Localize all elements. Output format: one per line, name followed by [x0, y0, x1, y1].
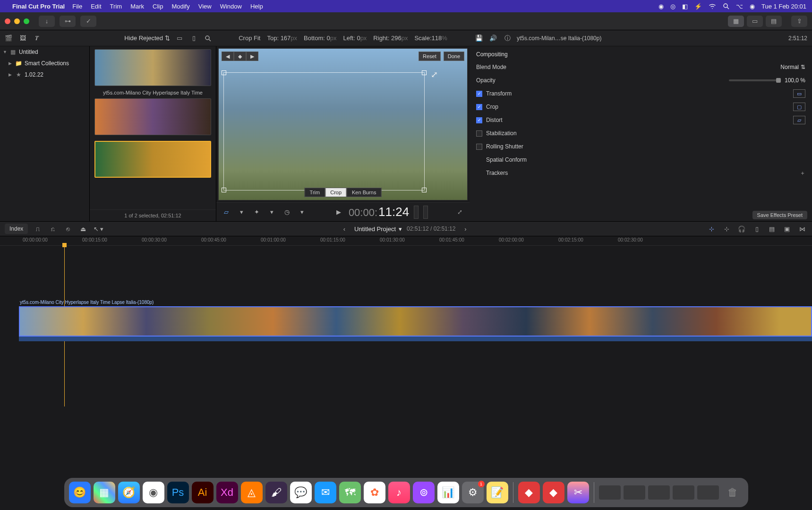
dock-photos[interactable]: ✿ — [364, 482, 385, 503]
dock-minimized-window[interactable] — [599, 485, 621, 500]
menu-clip[interactable]: Clip — [153, 3, 163, 10]
history-back-button[interactable]: ‹ — [339, 224, 350, 234]
spotlight-icon[interactable] — [723, 3, 729, 9]
inspector-info-icon[interactable]: ⓘ — [503, 34, 512, 43]
titles-icon[interactable]: 𝑻 — [32, 34, 42, 43]
menu-window[interactable]: Window — [220, 3, 242, 10]
center-button[interactable]: ◆ — [234, 52, 246, 61]
crop-osc-button[interactable]: ▢ — [793, 103, 805, 111]
distort-checkbox[interactable]: ✓ — [476, 117, 482, 123]
screenrec-icon[interactable]: ◉ — [658, 3, 664, 10]
blend-mode-dropdown[interactable]: Normal ⇅ — [780, 64, 805, 70]
audio-skimming-button[interactable]: ⊹ — [721, 224, 732, 234]
overwrite-clip-button[interactable]: ⏏ — [78, 224, 88, 234]
skimming-button[interactable]: ⊹ — [706, 224, 717, 234]
save-effects-preset-button[interactable]: Save Effects Preset — [752, 211, 807, 219]
timeline-view-button[interactable]: ▤ — [767, 224, 777, 234]
share-button[interactable]: ⇧ — [791, 16, 807, 27]
disclosure-triangle-icon[interactable]: ▼ — [3, 50, 7, 54]
row-distort[interactable]: ✓ Distort ▱ — [470, 113, 812, 127]
row-rolling-shutter[interactable]: Rolling Shutter — [470, 140, 812, 153]
crop-checkbox[interactable]: ✓ — [476, 104, 482, 110]
timeline-ruler[interactable]: 00:00:00:00 00:00:15:00 00:00:30:00 00:0… — [0, 236, 812, 246]
tool-dropdown[interactable]: ↖ ▾ — [93, 224, 103, 234]
inspector-audio-icon[interactable]: 🔊 — [488, 34, 498, 43]
menu-edit[interactable]: Edit — [91, 3, 101, 10]
viewer-canvas[interactable]: ◀ ◆ ▶ Reset Done ⤢ Trim Crop Ken Burns — [218, 48, 468, 200]
close-button[interactable] — [5, 18, 10, 24]
wifi-icon[interactable] — [709, 3, 716, 9]
tab-kenburns[interactable]: Ken Burns — [347, 188, 381, 197]
photos-icon[interactable]: 🖼 — [18, 34, 27, 43]
add-tracker-button[interactable]: ＋ — [800, 169, 805, 177]
opacity-slider[interactable] — [729, 79, 781, 81]
disclosure-triangle-icon[interactable]: ▶ — [9, 61, 12, 66]
import-button[interactable]: ↓ — [39, 16, 55, 27]
tab-trim[interactable]: Trim — [305, 188, 325, 197]
dock-trash[interactable]: 🗑 — [722, 482, 744, 503]
transform-tool-dropdown[interactable]: ▾ — [236, 207, 247, 217]
enhance-button[interactable]: ✦ — [251, 207, 262, 217]
minimize-button[interactable] — [14, 18, 20, 24]
dock-krita[interactable]: 🖌 — [265, 482, 287, 503]
prev-edit-button[interactable]: ◀ — [222, 52, 234, 61]
transform-tool-button[interactable]: ▱ — [221, 207, 231, 217]
menu-view[interactable]: View — [198, 3, 212, 10]
app-name[interactable]: Final Cut Pro Trial — [12, 3, 65, 10]
row-stabilization[interactable]: Stabilization — [470, 127, 812, 140]
clip-appearance-button-1[interactable]: ▭ — [175, 34, 184, 43]
inspector-video-icon[interactable]: 💾 — [474, 34, 484, 43]
search-icon[interactable] — [203, 34, 213, 43]
dock-mail[interactable]: ✉ — [315, 482, 336, 503]
insert-clip-button[interactable]: ⎌ — [48, 224, 58, 234]
transitions-browser-button[interactable]: ⋈ — [797, 224, 807, 234]
row-trackers[interactable]: Trackers ＋ — [470, 166, 812, 180]
workspace-browser-button[interactable]: ▦ — [728, 16, 744, 27]
control-center-icon[interactable]: ⌥ — [736, 3, 743, 10]
timeline[interactable]: yt5s.com-Milano City Hyperlapse Italy Ti… — [0, 246, 812, 406]
dock-photoshop[interactable]: Ps — [167, 482, 189, 503]
crop-handle-tr[interactable] — [422, 70, 427, 75]
tab-crop[interactable]: Crop — [325, 188, 347, 197]
dock-blender[interactable]: ◬ — [241, 482, 263, 503]
dock-minimized-window[interactable] — [673, 485, 694, 500]
timeline-audio-track[interactable] — [19, 337, 812, 341]
dock-minimized-window[interactable] — [624, 485, 645, 500]
siri-icon[interactable]: ◉ — [750, 3, 755, 10]
clock[interactable]: Tue 1 Feb 20:01 — [761, 3, 806, 10]
dock-illustrator[interactable]: Ai — [192, 482, 214, 503]
dock-numbers[interactable]: 📊 — [437, 482, 459, 503]
next-edit-button[interactable]: ▶ — [246, 52, 258, 61]
retime-button[interactable]: ◷ — [282, 207, 292, 217]
stabilization-checkbox[interactable] — [476, 130, 482, 137]
dock-notes[interactable]: 📝 — [487, 482, 508, 503]
sidebar-item-untitled[interactable]: ▼ ▦ Untitled — [0, 46, 89, 58]
distort-osc-button[interactable]: ▱ — [793, 116, 805, 124]
clip-thumbnail-selected[interactable] — [94, 141, 211, 178]
dock-chrome[interactable]: ◉ — [143, 482, 164, 503]
clip-thumbnail[interactable] — [94, 49, 211, 86]
dock-finalcut[interactable]: ✂ — [567, 482, 589, 503]
menu-modify[interactable]: Modify — [171, 3, 189, 10]
row-crop[interactable]: ✓ Crop ▢ — [470, 100, 812, 113]
dock-podcasts[interactable]: ⊚ — [413, 482, 435, 503]
fullscreen-viewer-button[interactable]: ⤢ — [454, 207, 465, 217]
connect-clip-button[interactable]: ⎍ — [33, 224, 43, 234]
transform-checkbox[interactable]: ✓ — [476, 91, 482, 97]
retime-dropdown[interactable]: ▾ — [297, 207, 307, 217]
row-spatial-conform[interactable]: Spatial Conform — [470, 153, 812, 166]
dock-minimized-window[interactable] — [648, 485, 670, 500]
transform-osc-button[interactable]: ▭ — [793, 89, 805, 98]
timecode-display[interactable]: 00:00:11:24 — [349, 205, 409, 219]
workspace-inspector-button[interactable]: ▤ — [766, 16, 782, 27]
crop-handle-br[interactable] — [422, 188, 427, 192]
crop-frame[interactable] — [223, 72, 425, 190]
effects-browser-button[interactable]: ▣ — [782, 224, 792, 234]
dock-finder[interactable]: 😊 — [69, 482, 91, 503]
crop-handle-bl[interactable] — [222, 188, 226, 192]
dock-safari[interactable]: 🧭 — [118, 482, 140, 503]
status-icon-1[interactable]: ◎ — [670, 3, 675, 10]
history-fwd-button[interactable]: › — [460, 224, 470, 234]
append-clip-button[interactable]: ⎋ — [63, 224, 73, 234]
sidebar-item-date-event[interactable]: ▶ ★ 1.02.22 — [0, 69, 89, 80]
